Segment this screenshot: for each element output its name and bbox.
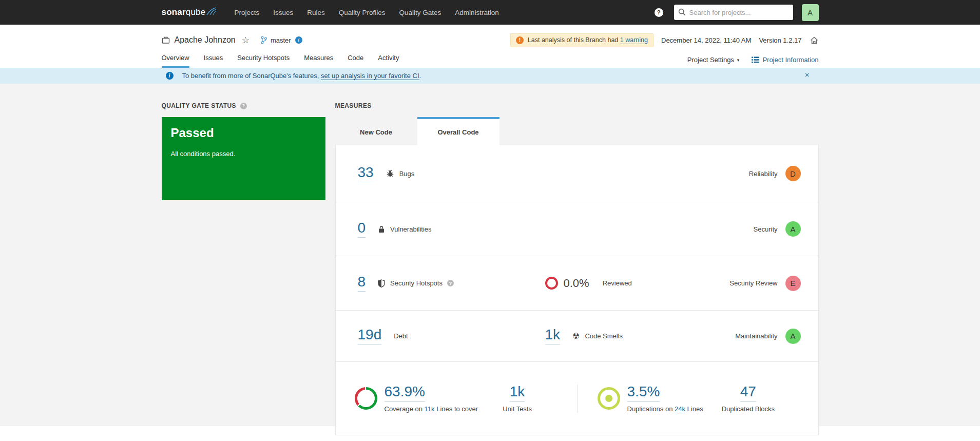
project-icon: [162, 36, 170, 44]
debt-value-link[interactable]: 19d: [358, 328, 382, 344]
coverage-duplications-row: 63.9% Coverage on 11k Lines to cover 1k: [336, 362, 818, 435]
warning-icon: [516, 36, 524, 44]
lines-to-cover-link[interactable]: 11k: [425, 405, 435, 413]
security-review-label: Security Review: [729, 279, 777, 287]
quality-gate-help-icon[interactable]: [240, 103, 247, 109]
branch-icon: [260, 36, 267, 44]
home-icon[interactable]: [810, 36, 819, 45]
nav-item-quality-gates[interactable]: Quality Gates: [399, 9, 441, 16]
reviewed-ring-icon: [545, 277, 558, 290]
vulnerabilities-row: 0 Vulnerabilities Security A: [336, 202, 818, 256]
chevron-down-icon: [737, 57, 740, 63]
warning-text: Last analysis of this Branch had 1 warni…: [528, 36, 648, 44]
quality-gate-card[interactable]: Passed All conditions passed.: [162, 117, 325, 200]
unit-tests-metric: 1k Unit Tests: [503, 385, 532, 413]
banner-text: To benefit from more of SonarQube's feat…: [182, 72, 421, 80]
tab-security-hotspots[interactable]: Security Hotspots: [237, 50, 290, 68]
security-label: Security: [754, 225, 778, 233]
tab-measures[interactable]: Measures: [304, 50, 333, 68]
project-information-link[interactable]: Project Information: [752, 56, 818, 64]
quality-gate-status: Passed: [171, 126, 316, 140]
search-input[interactable]: [674, 5, 793, 20]
nav-item-projects[interactable]: Projects: [234, 9, 259, 16]
lock-icon: [378, 225, 385, 233]
security-review-rating-badge[interactable]: E: [785, 276, 801, 291]
sonarqube-logo-swoosh: [206, 6, 217, 15]
coverage-panel: 63.9% Coverage on 11k Lines to cover 1k: [336, 385, 577, 413]
duplications-sublabel: Duplications on 24k Lines: [627, 405, 703, 413]
project-settings-dropdown[interactable]: Project Settings: [687, 56, 740, 64]
shield-icon: [378, 279, 385, 287]
quality-gate-subtext: All conditions passed.: [171, 150, 316, 158]
duplicated-blocks-label: Duplicated Blocks: [722, 405, 775, 413]
quality-gate-section: QUALITY GATE STATUS Passed All condition…: [162, 102, 325, 200]
favorite-star-icon[interactable]: [242, 36, 249, 45]
security-hotspots-row: 8 Security Hotspots 0.0% R: [336, 256, 818, 311]
avatar[interactable]: A: [802, 4, 819, 21]
tab-activity[interactable]: Activity: [378, 50, 399, 68]
measures-card: 33 Bugs Reliability D: [335, 145, 819, 435]
reviewed-percent: 0.0%: [564, 277, 589, 290]
maintainability-row: 19d Debt 1k Code Smells Maintainability …: [336, 311, 818, 362]
bugs-count-link[interactable]: 33: [358, 165, 374, 182]
analysis-warning: Last analysis of this Branch had 1 warni…: [510, 33, 654, 47]
project-header: Apache Johnzon master Last analysis of t…: [0, 25, 980, 68]
code-smells-icon: [572, 332, 580, 340]
security-hotspots-label: Security Hotspots: [390, 279, 443, 287]
nav-item-quality-profiles[interactable]: Quality Profiles: [339, 9, 386, 16]
coverage-sublabel: Coverage on 11k Lines to cover: [385, 405, 478, 413]
tab-overall-code[interactable]: Overall Code: [417, 117, 499, 145]
ci-banner: To benefit from more of SonarQube's feat…: [0, 68, 980, 84]
nav-item-issues[interactable]: Issues: [273, 9, 293, 16]
info-icon: [166, 72, 174, 80]
page-title: Apache Johnzon: [175, 35, 236, 45]
bugs-row: 33 Bugs Reliability D: [336, 145, 818, 202]
top-nav: sonarqube Projects Issues Rules Quality …: [0, 0, 980, 25]
project-tabs: Overview Issues Security Hotspots Measur…: [162, 50, 399, 68]
nav-item-rules[interactable]: Rules: [307, 9, 325, 16]
security-rating-badge[interactable]: A: [785, 221, 801, 237]
nav-item-administration[interactable]: Administration: [455, 9, 499, 16]
maintainability-rating-badge[interactable]: A: [785, 329, 801, 344]
debt-label: Debt: [394, 332, 408, 340]
vulnerabilities-count-link[interactable]: 0: [358, 221, 366, 238]
project-settings-label: Project Settings: [687, 56, 734, 64]
hotspots-count-link[interactable]: 8: [358, 275, 366, 292]
tab-issues[interactable]: Issues: [204, 50, 223, 68]
branch-info-icon[interactable]: [295, 36, 302, 44]
tab-new-code[interactable]: New Code: [335, 117, 417, 145]
unit-tests-count-link[interactable]: 1k: [510, 384, 525, 402]
duplicated-lines-link[interactable]: 24k: [675, 405, 685, 413]
bug-icon: [386, 169, 394, 178]
reviewed-label: Reviewed: [603, 279, 632, 287]
coverage-donut: [355, 387, 377, 410]
project-information-label: Project Information: [762, 56, 818, 64]
reliability-label: Reliability: [749, 170, 778, 178]
unit-tests-label: Unit Tests: [503, 405, 532, 413]
sonarqube-logo-text: sonarqube: [162, 7, 206, 17]
search-icon: [678, 8, 686, 16]
duplicated-blocks-count-link[interactable]: 47: [740, 384, 756, 402]
setup-ci-link[interactable]: set up analysis in your favorite CI: [321, 72, 419, 80]
duplications-icon: [598, 387, 620, 410]
nav-menu: Projects Issues Rules Quality Profiles Q…: [234, 9, 498, 16]
branch-selector: master: [260, 36, 302, 44]
tab-code[interactable]: Code: [348, 50, 363, 68]
quality-gate-heading: QUALITY GATE STATUS: [162, 102, 236, 109]
warning-link[interactable]: 1 warning: [620, 36, 648, 44]
close-icon[interactable]: [805, 70, 810, 79]
measures-tabs: New Code Overall Code: [335, 117, 819, 145]
project-version: Version 1.2.17: [759, 36, 801, 44]
sonarqube-logo[interactable]: sonarqube: [162, 7, 217, 17]
duplications-percent-link[interactable]: 3.5%: [627, 384, 660, 402]
search-box: [674, 5, 793, 20]
help-icon[interactable]: [655, 8, 663, 17]
code-smells-count-link[interactable]: 1k: [545, 328, 561, 344]
coverage-percent-link[interactable]: 63.9%: [385, 384, 425, 402]
vulnerabilities-label: Vulnerabilities: [390, 225, 431, 233]
tab-overview[interactable]: Overview: [162, 50, 189, 68]
code-smells-label: Code Smells: [585, 332, 623, 340]
list-icon: [752, 56, 759, 63]
reliability-rating-badge[interactable]: D: [785, 166, 801, 181]
hotspots-help-icon[interactable]: [447, 280, 454, 286]
